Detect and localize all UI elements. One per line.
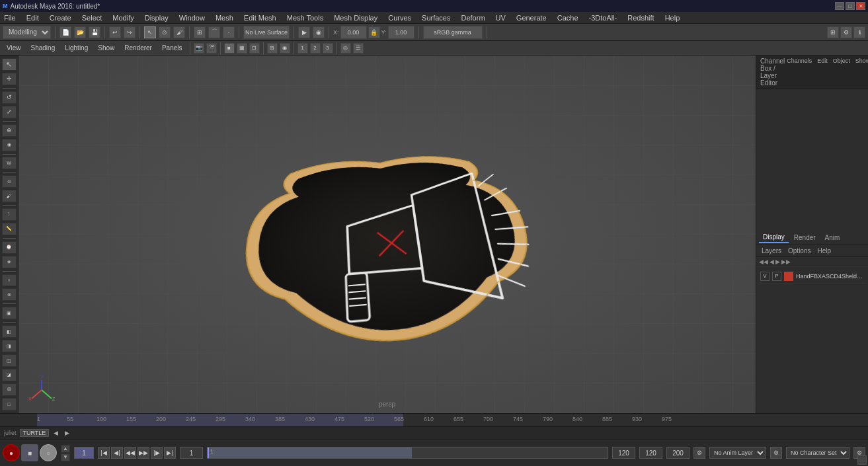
info-icon[interactable]: ℹ bbox=[853, 26, 865, 38]
tab-show[interactable]: Show bbox=[94, 43, 118, 53]
menu-edit[interactable]: Edit bbox=[25, 14, 40, 22]
select-icon[interactable]: ↖ bbox=[144, 26, 156, 38]
total-end-input[interactable] bbox=[639, 447, 662, 459]
tab-view[interactable]: View bbox=[3, 43, 25, 53]
header-channels-btn[interactable]: Channels bbox=[785, 58, 814, 87]
cluster-btn[interactable]: ◈ bbox=[2, 256, 17, 268]
subtab-help[interactable]: Help bbox=[814, 247, 834, 255]
timeline[interactable]: 1 55 100 155 200 245 295 340 385 430 475… bbox=[0, 414, 868, 427]
tab-shading[interactable]: Shading bbox=[27, 43, 59, 53]
arrow-next-next[interactable]: ▶▶ bbox=[781, 258, 791, 265]
header-show-btn[interactable]: Show bbox=[853, 58, 868, 87]
render-icon[interactable]: ▶ bbox=[298, 26, 310, 38]
rotate-tool-btn[interactable]: ↺ bbox=[2, 91, 17, 104]
play-fwd-btn[interactable]: ▶▶ bbox=[138, 447, 149, 459]
minimize-button[interactable]: — bbox=[835, 2, 844, 10]
selection-mode-3[interactable]: ⊡ bbox=[249, 43, 260, 54]
smooth-icon[interactable]: ◉ bbox=[280, 43, 290, 54]
range-start-input[interactable] bbox=[180, 447, 203, 459]
menu-mesh[interactable]: Mesh bbox=[214, 14, 235, 22]
pb-nav-right[interactable]: ▶ bbox=[62, 428, 71, 438]
settings-icon[interactable]: ⚙ bbox=[840, 26, 852, 38]
select-tool-btn[interactable]: ↖ bbox=[2, 58, 17, 71]
panel-layout-icon[interactable]: ⊞ bbox=[827, 26, 839, 38]
snap-to-surface-btn[interactable]: ⊙ bbox=[2, 175, 17, 188]
go-to-end-btn[interactable]: ▶| bbox=[164, 447, 176, 459]
menu-surfaces[interactable]: Surfaces bbox=[420, 14, 452, 22]
misc-btn-4[interactable]: ◪ bbox=[2, 369, 17, 381]
menu-create[interactable]: Create bbox=[48, 14, 73, 22]
anim-layer-dropdown[interactable]: No Anim Layer bbox=[709, 447, 766, 459]
measure-btn[interactable]: 📏 bbox=[2, 223, 17, 235]
pb-nav-left[interactable]: ◀ bbox=[51, 428, 60, 438]
sculpt-btn[interactable]: ⋮ bbox=[2, 208, 17, 221]
render-region-btn[interactable]: ▣ bbox=[2, 307, 17, 319]
scale-tool-btn[interactable]: ⤢ bbox=[2, 106, 17, 118]
paint-effects-btn[interactable]: 🖌 bbox=[2, 190, 17, 202]
redo-icon[interactable]: ↪ bbox=[124, 26, 136, 38]
undo-icon[interactable]: ↩ bbox=[109, 26, 121, 38]
menu-modify[interactable]: Modify bbox=[111, 14, 135, 22]
menu-generate[interactable]: Generate bbox=[515, 14, 548, 22]
move-tool-btn[interactable]: ✛ bbox=[2, 73, 17, 85]
total-max-input[interactable] bbox=[666, 447, 690, 459]
anim-layer-settings-btn[interactable]: ⚙ bbox=[770, 447, 782, 459]
mode-dropdown[interactable]: Modelling bbox=[3, 26, 51, 39]
material-red-icon[interactable]: ● bbox=[3, 444, 20, 461]
tab-panels[interactable]: Panels bbox=[158, 43, 186, 53]
tab-renderer[interactable]: Renderer bbox=[120, 43, 156, 53]
menu-select[interactable]: Select bbox=[81, 14, 104, 22]
menu-redshift[interactable]: Redshift bbox=[626, 14, 655, 22]
quality-3[interactable]: 3 bbox=[323, 43, 333, 54]
selection-mode-2[interactable]: ▦ bbox=[237, 43, 247, 54]
turtle-tag[interactable]: TURTLE bbox=[20, 429, 50, 437]
lock-icon[interactable]: 🔒 bbox=[368, 26, 380, 38]
play-back-btn[interactable]: ◀◀ bbox=[124, 447, 136, 459]
arrow-prev-prev[interactable]: ◀◀ bbox=[759, 258, 768, 265]
soft-select-btn[interactable]: ◉ bbox=[2, 139, 17, 151]
material-white-icon[interactable]: ○ bbox=[40, 444, 57, 461]
filmcam-icon[interactable]: 🎬 bbox=[206, 43, 217, 54]
ipr-icon[interactable]: ◉ bbox=[313, 26, 325, 38]
ik-btn[interactable]: ⊗ bbox=[2, 288, 17, 301]
header-object-btn[interactable]: Object bbox=[831, 58, 852, 87]
timeline-ruler[interactable]: 1 55 100 155 200 245 295 340 385 430 475… bbox=[37, 414, 756, 426]
misc-btn-5[interactable]: ⊞ bbox=[2, 383, 17, 396]
selection-mode-1[interactable]: ■ bbox=[224, 43, 235, 54]
subtab-layers[interactable]: Layers bbox=[759, 247, 784, 255]
misc-btn-3[interactable]: ◫ bbox=[2, 354, 17, 367]
viewport[interactable]: Y Z X persp bbox=[19, 56, 756, 413]
header-edit-btn[interactable]: Edit bbox=[815, 58, 830, 87]
menu-uv[interactable]: UV bbox=[494, 14, 507, 22]
no-live-surface-btn[interactable]: No Live Surface bbox=[243, 26, 290, 39]
joint-btn[interactable]: ○ bbox=[2, 274, 17, 287]
layer-visible-toggle[interactable]: V bbox=[760, 272, 769, 281]
menu-curves[interactable]: Curves bbox=[387, 14, 413, 22]
current-frame-input[interactable] bbox=[74, 447, 94, 459]
menu-help[interactable]: Help bbox=[664, 14, 682, 22]
color-space-dropdown[interactable]: sRGB gamma bbox=[423, 26, 483, 39]
anim-btn[interactable]: ⌚ bbox=[2, 241, 17, 254]
arrow-prev[interactable]: ◀ bbox=[769, 258, 774, 265]
lasso-icon[interactable]: ⊙ bbox=[159, 26, 171, 38]
step-fwd-btn[interactable]: |▶ bbox=[151, 447, 163, 459]
menu-edit-mesh[interactable]: Edit Mesh bbox=[243, 14, 278, 22]
range-end-input[interactable] bbox=[612, 447, 635, 459]
material-gray-icon[interactable]: ■ bbox=[21, 444, 38, 461]
x-coord[interactable]: 0.00 bbox=[340, 26, 367, 39]
menu-deform[interactable]: Deform bbox=[459, 14, 486, 22]
y-coord[interactable]: 1.00 bbox=[388, 26, 414, 39]
step-back-btn[interactable]: ◀| bbox=[111, 447, 123, 459]
layer-playback-toggle[interactable]: P bbox=[772, 272, 781, 281]
menu-mesh-tools[interactable]: Mesh Tools bbox=[286, 14, 325, 22]
show-manipulator-btn[interactable]: W bbox=[2, 157, 17, 169]
camera-icon[interactable]: 📷 bbox=[194, 43, 204, 54]
new-scene-icon[interactable]: 📄 bbox=[59, 26, 71, 38]
misc-btn-6[interactable]: □ bbox=[2, 398, 17, 410]
go-to-start-btn[interactable]: |◀ bbox=[98, 447, 110, 459]
misc-btn-2[interactable]: ◨ bbox=[2, 340, 17, 352]
tab-anim[interactable]: Anim bbox=[821, 233, 844, 243]
snap-point-icon[interactable]: · bbox=[223, 26, 235, 38]
tab-render[interactable]: Render bbox=[790, 233, 820, 243]
subtab-options[interactable]: Options bbox=[785, 247, 813, 255]
